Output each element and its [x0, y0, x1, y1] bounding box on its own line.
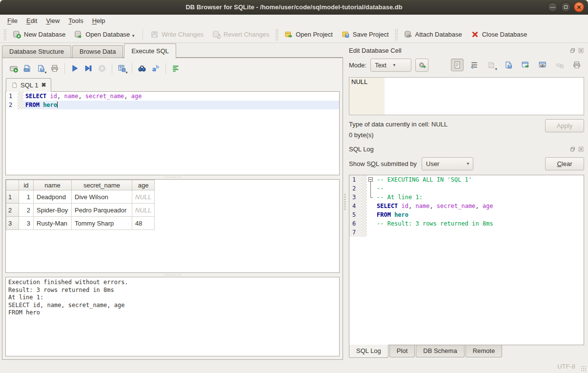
maximize-button[interactable] [561, 2, 571, 12]
tab-execute-sql[interactable]: Execute SQL [124, 43, 176, 58]
open-project-button[interactable]: Open Project [280, 28, 337, 41]
dropdown-caret-icon[interactable]: ▼ [125, 71, 128, 74]
sql-log-float-button[interactable] [569, 145, 576, 152]
stop-execution-button[interactable] [96, 62, 108, 75]
fold-marker-icon[interactable] [368, 177, 373, 182]
menu-view[interactable]: View [41, 16, 64, 25]
menu-edit[interactable]: Edit [22, 16, 41, 25]
copy-link-button[interactable] [536, 59, 549, 71]
close-button[interactable]: ✕ [574, 2, 584, 12]
table-row: 11DeadpondDive WilsonNULL [6, 190, 155, 204]
menu-tools[interactable]: Tools [64, 16, 87, 25]
sql-log-close-button[interactable] [577, 145, 584, 152]
dropdown-caret-icon[interactable]: ▼ [44, 71, 47, 74]
set-null-button[interactable] [553, 59, 566, 71]
column-header-secret_name[interactable]: secret_name [72, 180, 132, 190]
attach-database-button[interactable]: Attach Database [400, 28, 466, 41]
results-corner[interactable] [6, 180, 19, 190]
find-button[interactable] [136, 62, 148, 75]
row-header[interactable]: 2 [6, 204, 19, 217]
menu-file[interactable]: File [3, 16, 22, 25]
cell-r2c1[interactable]: 2 [19, 204, 34, 217]
bottom-tab-db-schema[interactable]: DB Schema [416, 345, 464, 357]
format-sql-button[interactable] [169, 62, 182, 75]
sql-tab-close-icon[interactable]: ✖ [41, 82, 46, 88]
row-header[interactable]: 1 [6, 190, 19, 204]
text-mode-button[interactable] [451, 59, 464, 71]
open-sql-file-button[interactable] [21, 62, 34, 75]
log-filter-select[interactable]: User ▼ [422, 157, 473, 170]
export-cell-icon [504, 61, 513, 69]
editor-results-splitter[interactable] [5, 175, 340, 179]
left-right-splitter[interactable] [343, 43, 347, 360]
cell-settings-button[interactable] [415, 59, 428, 72]
execute-sql-page: ▼▼ba SQL 1 ✖ 1SELECT id, name, secret_na… [2, 58, 343, 360]
cell-r2c2[interactable]: Spider-Boy [34, 204, 72, 217]
cell-r1c1[interactable]: 1 [19, 190, 34, 204]
save-sql-file-button[interactable]: ▼ [35, 62, 47, 75]
toolbar-handle[interactable] [395, 29, 398, 41]
column-header-age[interactable]: age [132, 180, 155, 190]
toolbar-handle[interactable] [275, 29, 279, 41]
bottom-tab-sql-log[interactable]: SQL Log [349, 345, 388, 358]
cell-r3c4[interactable]: 48 [132, 217, 155, 230]
column-header-id[interactable]: id [19, 180, 34, 190]
close-database-button[interactable]: Close Database [466, 28, 532, 41]
print-cell-button[interactable] [570, 59, 583, 71]
write-changes-button[interactable]: Write Changes [146, 28, 208, 41]
editor-margin [18, 92, 23, 101]
cell-r3c1[interactable]: 3 [19, 217, 34, 230]
column-header-name[interactable]: name [34, 180, 72, 190]
results-message-splitter[interactable] [5, 273, 340, 277]
print-sql-button[interactable] [48, 62, 61, 75]
word-wrap-button[interactable] [468, 59, 481, 71]
window-controls: — ✕ [547, 2, 584, 12]
cell-editor[interactable]: NULL [349, 77, 584, 115]
cell-editor-edit-area[interactable] [385, 78, 584, 115]
dropdown-caret-icon[interactable]: ▼ [131, 34, 135, 38]
row-header[interactable]: 3 [6, 217, 19, 230]
clear-log-button[interactable]: Clear [545, 157, 584, 170]
cell-editor-content: NULL [349, 78, 385, 115]
cell-r1c4[interactable]: NULL [132, 190, 155, 204]
line-number: 1 [349, 175, 361, 184]
bottom-tab-plot[interactable]: Plot [389, 345, 415, 357]
menu-help[interactable]: Help [88, 16, 110, 25]
tab-browse-data[interactable]: Browse Data [72, 45, 123, 58]
open-in-external-button[interactable] [519, 59, 532, 71]
sql-editor[interactable]: 1SELECT id, name, secret_name, age2FROM … [5, 91, 340, 175]
cell-r1c2[interactable]: Deadpond [34, 190, 72, 204]
cell-r1c3[interactable]: Dive Wilson [72, 190, 132, 204]
toolbar-handle[interactable] [3, 29, 7, 41]
cell-r2c3[interactable]: Pedro Parqueador [72, 204, 132, 217]
save-results-button[interactable]: ▼ [116, 62, 128, 75]
dropdown-caret-icon[interactable]: ▼ [494, 67, 498, 71]
stop-icon [98, 64, 106, 73]
minimize-button[interactable]: — [547, 2, 558, 12]
mode-select[interactable]: Text ▼ [370, 59, 411, 72]
edit-cell-close-button[interactable] [577, 47, 584, 54]
sql-tab[interactable]: SQL 1 ✖ [6, 78, 51, 92]
auto-complete-button[interactable]: ba [149, 62, 162, 75]
execution-message-panel[interactable]: Execution finished without errors.Result… [5, 277, 340, 356]
resize-grip[interactable] [581, 366, 587, 372]
save-project-button[interactable]: Save Project [337, 28, 393, 41]
tab-database-structure[interactable]: Database Structure [2, 45, 71, 58]
import-cell-button[interactable]: ▼ [485, 59, 498, 71]
edit-cell-float-button[interactable] [569, 47, 576, 54]
results-table[interactable]: idnamesecret_nameage11DeadpondDive Wilso… [5, 179, 340, 273]
cell-r3c2[interactable]: Rusty-Man [34, 217, 72, 230]
revert-changes-button[interactable]: Revert Changes [208, 28, 274, 41]
apply-button[interactable]: Apply [545, 119, 584, 132]
cell-mode-row: Mode: Text ▼ ▼ [347, 56, 584, 74]
new-sql-tab-button[interactable] [7, 62, 20, 75]
sql-log-view[interactable]: 1-- EXECUTING ALL IN 'SQL 1'2--3-- At li… [349, 175, 584, 345]
export-cell-button[interactable] [502, 59, 515, 71]
cell-r3c3[interactable]: Tommy Sharp [72, 217, 132, 230]
open-database-button[interactable]: Open Database▼ [70, 28, 140, 41]
execute-all-button[interactable] [68, 62, 81, 75]
cell-r2c4[interactable]: NULL [132, 204, 155, 217]
new-database-button[interactable]: New Database [8, 28, 70, 41]
execute-current-line-button[interactable] [82, 62, 95, 75]
bottom-tab-remote[interactable]: Remote [466, 345, 503, 357]
